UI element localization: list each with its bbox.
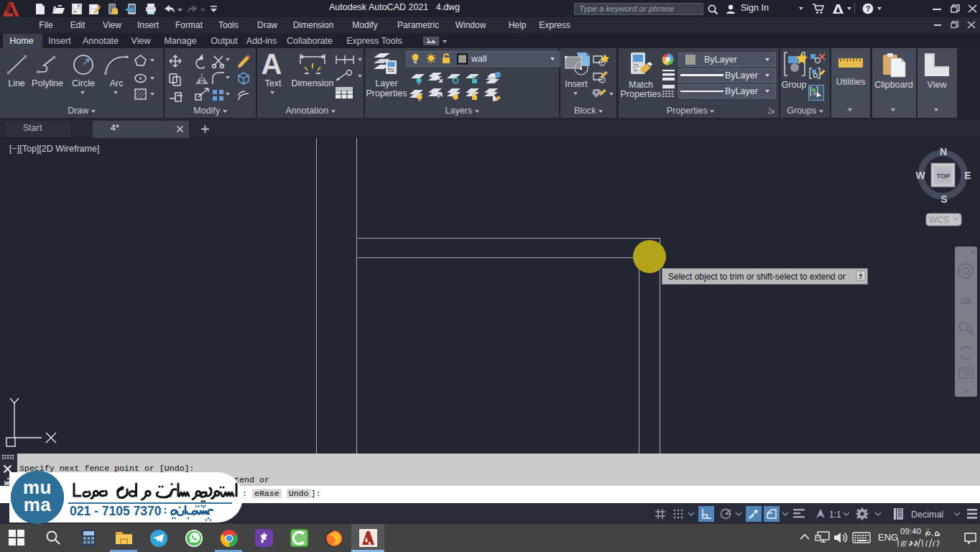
svg-text:Decimal: Decimal (911, 510, 943, 520)
svg-text:S: S (940, 193, 947, 205)
svg-text:Select object to trim or shift: Select object to trim or shift-select to… (668, 272, 846, 282)
svg-text:WCS: WCS (929, 215, 949, 225)
svg-text:E: E (964, 170, 971, 181)
svg-text:TOP: TOP (937, 172, 950, 180)
svg-text:?: ? (866, 4, 871, 13)
svg-text:W: W (915, 170, 925, 181)
svg-text:N: N (940, 146, 947, 157)
svg-text:1:1: 1:1 (829, 510, 841, 520)
